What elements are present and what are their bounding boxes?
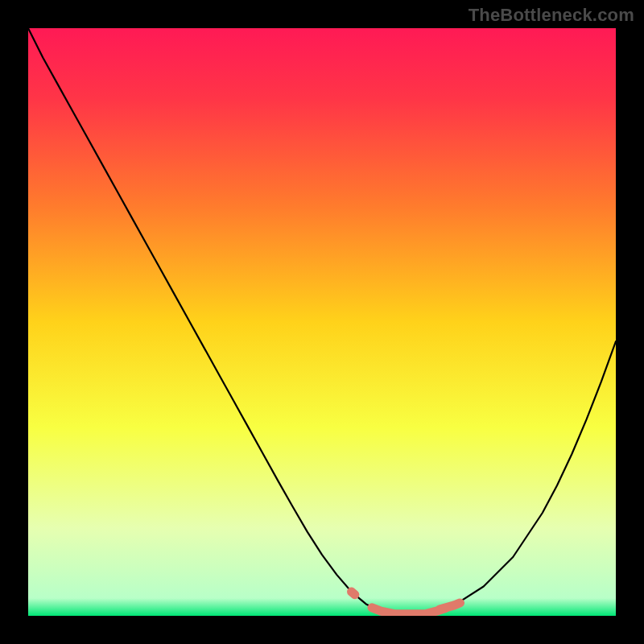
watermark-text: TheBottleneck.com xyxy=(469,5,634,26)
plot-area xyxy=(28,28,616,616)
highlight-left-dot xyxy=(352,592,355,595)
chart-frame: TheBottleneck.com xyxy=(0,0,644,644)
plot-svg xyxy=(28,28,616,616)
gradient-background xyxy=(28,28,616,616)
